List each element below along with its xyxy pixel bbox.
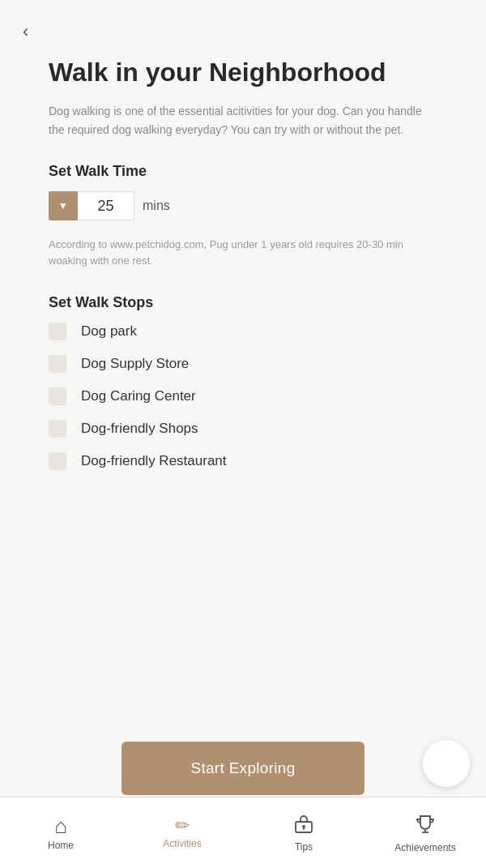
walk-time-row: ▼ mins [49, 191, 437, 220]
checkbox-label-dog-friendly-shops: Dog-friendly Shops [81, 421, 198, 437]
checkbox-label-dog-caring-center: Dog Caring Center [81, 388, 196, 404]
nav-item-achievements[interactable]: Achievements [364, 797, 486, 868]
checkbox-label-dog-supply-store: Dog Supply Store [81, 356, 189, 372]
start-btn-container: Start Exploring [122, 742, 364, 795]
walk-stops-list: Dog park Dog Supply Store Dog Caring Cen… [49, 323, 437, 470]
checkbox-label-dog-friendly-restaurant: Dog-friendly Restaurant [81, 453, 227, 469]
svg-point-1 [302, 825, 305, 828]
list-item[interactable]: Dog park [49, 323, 437, 340]
bottom-nav: ⌂ Home ✏ Activities Tips A [0, 797, 486, 868]
checkbox-dog-park[interactable] [49, 323, 66, 340]
back-button[interactable]: ‹ [23, 23, 28, 41]
nav-label-activities: Activities [163, 838, 201, 849]
achievements-icon [414, 813, 437, 839]
checkbox-label-dog-park: Dog park [81, 323, 137, 340]
walk-time-section-label: Set Walk Time [49, 163, 437, 180]
nav-item-home[interactable]: ⌂ Home [0, 797, 122, 868]
activities-icon: ✏ [175, 817, 190, 835]
checkbox-dog-caring-center[interactable] [49, 387, 66, 405]
nav-label-home: Home [48, 840, 74, 851]
list-item[interactable]: Dog Caring Center [49, 387, 437, 405]
list-item[interactable]: Dog-friendly Restaurant [49, 452, 437, 470]
checkbox-dog-supply-store[interactable] [49, 355, 66, 373]
checkbox-dog-friendly-restaurant[interactable] [49, 452, 66, 470]
nav-item-activities[interactable]: ✏ Activities [122, 797, 243, 868]
page-description: Dog walking is one of the essential acit… [49, 102, 437, 139]
start-exploring-button[interactable]: Start Exploring [122, 742, 364, 795]
time-dropdown-trigger[interactable]: ▼ [49, 191, 78, 220]
nav-item-tips[interactable]: Tips [243, 797, 364, 868]
checkbox-dog-friendly-shops[interactable] [49, 420, 66, 438]
float-circle [423, 740, 470, 787]
dropdown-arrow-icon: ▼ [58, 200, 68, 212]
nav-label-tips: Tips [295, 841, 313, 853]
time-input[interactable] [78, 191, 134, 220]
nav-label-achievements: Achievements [394, 842, 455, 853]
list-item[interactable]: Dog Supply Store [49, 355, 437, 373]
page-title: Walk in your Neighborhood [49, 57, 437, 88]
main-content: Walk in your Neighborhood Dog walking is… [0, 0, 486, 616]
walk-info-text: According to www.petchidog.com, Pug unde… [49, 237, 437, 268]
time-unit-label: mins [143, 199, 170, 213]
list-item[interactable]: Dog-friendly Shops [49, 420, 437, 438]
tips-icon [293, 814, 314, 838]
home-icon: ⌂ [54, 815, 67, 836]
walk-stops-section-label: Set Walk Stops [49, 294, 437, 311]
